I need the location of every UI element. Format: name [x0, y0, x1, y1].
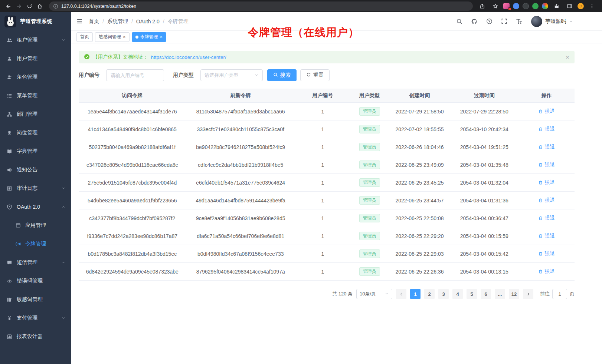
trash-icon [538, 198, 543, 203]
page-size-select[interactable]: 10条/页 [356, 289, 392, 299]
forward-icon[interactable] [14, 1, 24, 11]
sidebar-item-report-designer[interactable]: 报表设计器 [0, 327, 71, 346]
breadcrumb-item[interactable]: OAuth 2.0 [136, 19, 160, 24]
share-icon[interactable] [477, 1, 487, 11]
breadcrumb-item[interactable]: 首页 [89, 18, 99, 25]
token-table: 访问令牌刷新令牌用户编号用户类型创建时间过期时间操作 1ea5e44f8bc14… [79, 89, 575, 281]
force-logout-button[interactable]: 强退 [538, 268, 554, 275]
sidebar-item-post[interactable]: 岗位管理 [0, 123, 71, 142]
sidebar-item-audit-log[interactable]: 审计日志 [0, 179, 71, 198]
sidebar-item-pay[interactable]: 支付管理 [0, 309, 71, 327]
pager-more-button[interactable]: ... [495, 289, 505, 299]
user-menu[interactable]: 芋道源码 [531, 16, 573, 27]
expired-at-cell: 2054-03-04 01:31:36 [450, 198, 518, 203]
goto-page-input[interactable] [552, 289, 567, 299]
page-button-6[interactable]: 6 [481, 289, 491, 299]
sidebar-item-sensitive-word[interactable]: 敏感词管理 [0, 290, 71, 309]
column-header[interactable]: 创建时间 [389, 92, 450, 99]
user-id-input[interactable] [106, 69, 164, 81]
expired-at-cell: 2054-03-04 00:15:59 [450, 233, 518, 239]
force-logout-button[interactable]: 强退 [538, 179, 554, 186]
column-header[interactable]: 过期时间 [450, 92, 518, 99]
close-icon[interactable]: × [123, 34, 126, 39]
profile-avatar-icon[interactable] [578, 3, 584, 9]
force-logout-button[interactable]: 强退 [538, 161, 554, 168]
font-size-icon[interactable] [516, 18, 523, 25]
column-header[interactable]: 用户编号 [295, 92, 350, 99]
force-logout-label: 强退 [544, 126, 554, 132]
puzzle-extensions-icon[interactable] [552, 1, 561, 11]
page-button-3[interactable]: 3 [438, 289, 449, 299]
search-icon [273, 72, 278, 78]
sidebar-panel-icon[interactable] [565, 1, 574, 11]
sidebar-item-oauth2-token[interactable]: 令牌管理 [0, 235, 71, 253]
prev-page-button[interactable] [396, 289, 406, 299]
access-token-cell: c342377bf8b344799dcbf7bf095287f2 [79, 215, 186, 221]
site-info-icon[interactable] [53, 4, 58, 9]
tab-sensitive-word[interactable]: 敏感词管理 × [95, 32, 130, 42]
close-icon[interactable]: × [160, 34, 163, 39]
tab-home[interactable]: 首页 [76, 32, 93, 42]
sidebar-item-tenant[interactable]: 租户管理 [0, 31, 71, 49]
force-logout-button[interactable]: 强退 [538, 215, 554, 221]
force-logout-button[interactable]: 强退 [538, 108, 554, 115]
force-logout-button[interactable]: 强退 [538, 126, 554, 132]
browser-menu-icon[interactable] [587, 1, 597, 11]
refresh-token-cell: cdfc4ce9c2da4bb1bdf21b9918ff4be5 [186, 162, 295, 168]
sidebar-item-sms[interactable]: 短信管理 [0, 253, 71, 272]
extension-badge [508, 7, 511, 10]
table-row: 275e5de9151045fe87cbdc395e004f4d e6cfd40… [79, 174, 575, 192]
sidebar-item-notice[interactable]: 通知公告 [0, 161, 71, 179]
breadcrumb-item[interactable]: 系统管理 [107, 18, 128, 25]
extension-icon[interactable] [523, 3, 529, 9]
column-header[interactable]: 访问令牌 [79, 92, 186, 99]
sidebar-item-user[interactable]: 用户管理 [0, 49, 71, 68]
user-type-select[interactable]: 请选择用户类型 [200, 69, 263, 81]
github-icon[interactable] [471, 18, 478, 25]
page-button-1[interactable]: 1 [410, 289, 421, 299]
sidebar-item-menu[interactable]: 菜单管理 [0, 86, 71, 105]
column-header[interactable]: 用户类型 [350, 92, 389, 99]
close-icon[interactable]: × [566, 54, 569, 60]
force-logout-button[interactable]: 强退 [538, 197, 554, 203]
back-icon[interactable] [4, 1, 13, 11]
tab-token[interactable]: 令牌管理 × [132, 32, 167, 42]
breadcrumb-item[interactable]: 令牌管理 [168, 18, 189, 25]
column-header[interactable]: 操作 [518, 92, 575, 99]
extension-icon[interactable] [532, 3, 539, 9]
page-button-2[interactable]: 2 [424, 289, 435, 299]
home-icon[interactable] [35, 1, 45, 11]
sidebar-item-label: 敏感词管理 [17, 296, 43, 303]
extension-icon[interactable] [503, 3, 510, 9]
extension-icon[interactable] [542, 3, 548, 9]
sidebar-item-oauth2[interactable]: OAuth 2.0 [0, 198, 71, 216]
reset-button[interactable]: 重置 [300, 69, 330, 81]
sidebar-item-label: 菜单管理 [17, 92, 37, 99]
page-button-4[interactable]: 4 [452, 289, 463, 299]
page-button-5[interactable]: 5 [467, 289, 477, 299]
column-header[interactable]: 刷新令牌 [186, 92, 295, 99]
force-logout-button[interactable]: 强退 [538, 143, 554, 150]
force-logout-button[interactable]: 强退 [538, 232, 554, 239]
action-cell: 强退 [518, 215, 575, 222]
search-icon[interactable] [456, 18, 462, 24]
sidebar-item-dict[interactable]: 字典管理 [0, 142, 71, 161]
search-button[interactable]: 搜索 [267, 69, 297, 81]
sidebar-item-oauth2-app[interactable]: 应用管理 [0, 216, 71, 235]
force-logout-button[interactable]: 强退 [538, 250, 554, 257]
next-page-button[interactable] [523, 289, 533, 299]
help-icon[interactable] [486, 18, 493, 24]
sidebar-item-error-code[interactable]: 错误码管理 [0, 272, 71, 290]
reload-icon[interactable] [24, 1, 34, 11]
sidebar-item-dept[interactable]: 部门管理 [0, 105, 71, 123]
address-bar[interactable]: 127.0.0.1:1024/system/oauth2/token [49, 1, 473, 11]
bookmark-star-icon[interactable] [490, 1, 500, 11]
collapse-menu-icon[interactable] [76, 18, 83, 24]
sidebar-item-role[interactable]: 角色管理 [0, 68, 71, 86]
tree-icon [7, 112, 12, 117]
user-type-cell: 管理员 [350, 196, 389, 205]
page-button-12[interactable]: 12 [509, 289, 519, 299]
fullscreen-icon[interactable] [501, 18, 507, 24]
extension-icon[interactable] [513, 3, 519, 9]
alert-doc-link[interactable]: https://doc.iocoder.cn/user-center/ [151, 54, 226, 60]
